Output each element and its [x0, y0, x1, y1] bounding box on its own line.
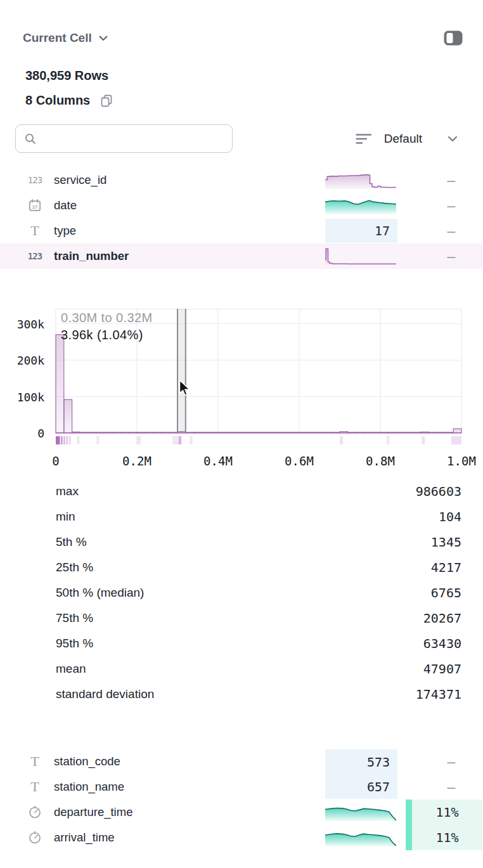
panel-layout-icon — [444, 30, 463, 46]
stat-value: 986603 — [416, 484, 461, 499]
x-tick-label: 0.8M — [366, 454, 395, 468]
column-row-departure-time[interactable]: departure_time 11% — [0, 800, 483, 825]
stat-row: max986603 — [0, 479, 483, 504]
number-type-icon: 123 — [23, 243, 46, 269]
distinct-count-cell: 573 — [325, 749, 397, 774]
search-box[interactable] — [15, 124, 233, 153]
stat-value: 20267 — [423, 611, 461, 626]
histogram-plot[interactable]: 0.30M to 0.32M 3.96k (1.04%) — [56, 309, 461, 433]
scope-selector[interactable]: Current Cell — [23, 31, 108, 45]
null-percentage-cell: 11% — [406, 825, 482, 850]
missing-indicator: – — [444, 193, 459, 218]
distinct-count-cell: 17 — [325, 219, 397, 243]
column-row-date[interactable]: 17 date – — [0, 193, 483, 218]
stat-row: 95th %63430 — [0, 631, 483, 656]
stat-value: 4217 — [431, 560, 461, 575]
svg-text:17: 17 — [32, 204, 37, 210]
stat-label: 95th % — [56, 637, 93, 651]
column-list-top: 123 service_id – 17 date – T type 17 – — [0, 167, 483, 269]
stat-label: standard deviation — [56, 687, 154, 701]
stat-row: min104 — [0, 504, 483, 529]
distribution-sparkline — [325, 803, 396, 821]
sort-value: Default — [384, 132, 422, 146]
calendar-icon: 17 — [23, 193, 46, 218]
mouse-cursor — [179, 380, 192, 397]
search-icon — [24, 133, 37, 145]
y-tick-label: 300k — [17, 317, 44, 330]
column-name: type — [54, 218, 76, 243]
stat-label: max — [56, 484, 79, 498]
column-name: arrival_time — [54, 825, 115, 850]
stat-label: 25th % — [56, 560, 93, 574]
column-name: date — [54, 193, 77, 218]
stat-row: mean47907 — [0, 656, 483, 682]
stat-value: 174371 — [416, 687, 461, 702]
stat-value: 104 — [439, 509, 461, 524]
stat-value: 47907 — [423, 661, 461, 677]
column-name: station_name — [54, 774, 124, 800]
x-tick-label: 1.0M — [447, 454, 476, 468]
column-row-service-id[interactable]: 123 service_id – — [0, 167, 483, 193]
summary-statistics: max986603 min104 5th %1345 25th %4217 50… — [0, 479, 483, 707]
y-tick-label: 100k — [17, 390, 44, 403]
stat-value: 6765 — [431, 585, 461, 600]
x-tick-label: 0.2M — [122, 454, 151, 468]
null-percentage-cell: 11% — [406, 800, 482, 825]
stat-row: 25th %4217 — [0, 555, 483, 580]
sort-icon — [356, 133, 372, 145]
x-tick-label: 0 — [52, 454, 59, 468]
column-row-type[interactable]: T type 17 – — [0, 218, 483, 243]
copy-icon — [100, 94, 113, 108]
x-tick-label: 0.4M — [203, 454, 233, 468]
missing-indicator: – — [444, 167, 459, 193]
x-tick-label: 0.6M — [285, 454, 314, 468]
search-input[interactable] — [42, 132, 224, 146]
column-name: departure_time — [54, 800, 132, 825]
sort-control[interactable]: Default — [356, 132, 458, 146]
column-row-arrival-time[interactable]: arrival_time 11% — [0, 825, 483, 850]
text-type-icon: T — [23, 774, 46, 800]
missing-indicator: – — [444, 774, 459, 800]
text-type-icon: T — [23, 218, 46, 243]
data-profiler-panel: Current Cell 380,959 Rows 8 Columns — [0, 0, 483, 868]
stat-row: standard deviation174371 — [0, 682, 483, 707]
missing-indicator: – — [444, 218, 459, 243]
copy-button[interactable] — [100, 94, 113, 108]
stat-label: min — [56, 510, 75, 524]
x-axis-labels: 00.2M0.4M0.6M0.8M1.0M — [56, 454, 461, 470]
distinct-count-cell: 657 — [325, 774, 397, 799]
number-type-icon: 123 — [23, 167, 46, 193]
text-type-icon: T — [23, 749, 46, 774]
missing-indicator: – — [444, 243, 459, 269]
column-row-train-number[interactable]: 123 train_number – — [0, 243, 483, 269]
histogram-section: 300k200k100k0 0.30M to 0.32M 3.96k (1.04… — [0, 309, 483, 479]
column-row-station-name[interactable]: T station_name 657 – — [0, 774, 483, 800]
rug-plot — [56, 436, 461, 444]
stat-label: 50th % (median) — [56, 586, 144, 600]
header: Current Cell — [23, 28, 463, 48]
stat-row: 75th %20267 — [0, 606, 483, 631]
panel-toggle-button[interactable] — [444, 30, 463, 46]
stat-value: 63430 — [423, 636, 461, 651]
y-axis-labels: 300k200k100k0 — [0, 309, 44, 433]
stat-row: 50th % (median)6765 — [0, 580, 483, 606]
distribution-sparkline — [325, 247, 396, 265]
column-list-bottom: T station_code 573 – T station_name 657 … — [0, 749, 483, 850]
chevron-down-icon — [99, 36, 108, 41]
stat-label: 75th % — [56, 611, 93, 625]
toolbar: Default — [15, 124, 458, 153]
chevron-down-icon — [448, 136, 458, 142]
y-tick-label: 0 — [37, 427, 44, 440]
scope-selector-label: Current Cell — [23, 31, 92, 45]
y-tick-label: 200k — [17, 354, 44, 367]
stat-label: mean — [56, 662, 86, 676]
stat-value: 1345 — [431, 534, 461, 550]
column-name: train_number — [54, 243, 129, 269]
time-icon — [23, 800, 46, 825]
missing-indicator: – — [444, 749, 459, 774]
stat-label: 5th % — [56, 535, 87, 549]
stat-row: 5th %1345 — [0, 529, 483, 555]
column-row-station-code[interactable]: T station_code 573 – — [0, 749, 483, 774]
distribution-sparkline — [325, 829, 396, 846]
column-count: 8 Columns — [25, 88, 90, 113]
